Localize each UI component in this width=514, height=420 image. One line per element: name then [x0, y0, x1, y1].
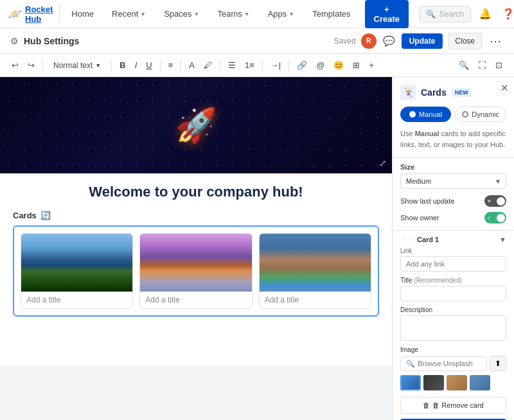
- card1-section: ⋮⋮ Card 1 ▼ Link Title (Recommended) Des…: [393, 230, 514, 414]
- recommended-label: (Recommended): [414, 277, 461, 284]
- show-last-update-row: Show last update ✕: [393, 195, 514, 212]
- expand-banner-button[interactable]: ⤢: [379, 158, 387, 168]
- redo-button[interactable]: ↪: [24, 58, 39, 72]
- nav-item-teams[interactable]: Teams ▼: [211, 5, 256, 22]
- editor-body: Welcome to your company hub! Cards 🔄 Add…: [0, 173, 392, 366]
- nav-item-recent[interactable]: Recent ▼: [105, 5, 152, 22]
- show-last-update-label: Show last update: [400, 197, 454, 205]
- title-field-label: Title (Recommended): [393, 277, 514, 286]
- nav-item-spaces[interactable]: Spaces ▼: [157, 5, 206, 22]
- thumbnail-3[interactable]: [447, 375, 467, 390]
- search-icon: 🔍: [406, 360, 415, 368]
- nav-item-home[interactable]: Home: [65, 5, 100, 22]
- right-panel: ✕ 🃏 Cards NEW Manual Dynamic Use Manual …: [392, 77, 514, 420]
- size-label: Size: [393, 163, 514, 173]
- title-input[interactable]: [400, 286, 506, 301]
- ordered-list-button[interactable]: 1≡: [241, 58, 258, 72]
- close-button[interactable]: Close: [448, 33, 482, 49]
- cards-label: Cards: [13, 211, 37, 220]
- image-thumbnails: [393, 375, 514, 397]
- card1-chevron-icon: ▼: [499, 236, 506, 243]
- card1-label: Card 1: [417, 236, 439, 243]
- indent-button[interactable]: →|: [267, 58, 285, 72]
- app-logo[interactable]: 🪐 Rocket Hub: [8, 4, 60, 24]
- thumbnail-4[interactable]: [470, 375, 490, 390]
- card-image-mountain: [21, 234, 132, 292]
- radio-dot-filled: [409, 111, 416, 118]
- welcome-title: Welcome to your company hub!: [13, 184, 379, 200]
- editor: 🚀 ⤢ Welcome to your company hub! Cards 🔄…: [0, 77, 392, 420]
- comment-icon[interactable]: 💬: [382, 34, 396, 48]
- fullscreen-button[interactable]: ⛶: [474, 58, 490, 72]
- chevron-down-icon: ▼: [288, 11, 294, 17]
- hub-title: Hub Settings: [24, 36, 329, 46]
- table-button[interactable]: ⊞: [349, 58, 364, 72]
- panel-close-button[interactable]: ✕: [501, 82, 509, 94]
- link-button[interactable]: 🔗: [293, 58, 311, 72]
- logo-emoji: 🪐: [8, 7, 22, 21]
- card-item[interactable]: Add a title: [21, 233, 133, 309]
- description-field-label: Description: [393, 306, 514, 315]
- align-button[interactable]: ≡: [164, 58, 177, 72]
- top-nav: 🪐 Rocket Hub Home Recent ▼ Spaces ▼ Team…: [0, 0, 514, 28]
- italic-button[interactable]: I: [131, 58, 141, 72]
- owner-toggle[interactable]: ✓: [484, 212, 506, 223]
- update-button[interactable]: Update: [402, 33, 443, 49]
- thumbnail-2[interactable]: [423, 375, 444, 390]
- mention-button[interactable]: @: [312, 58, 328, 72]
- remove-card-button[interactable]: 🗑 🗑 Remove card: [400, 397, 506, 414]
- search-icon: 🔍: [426, 10, 436, 19]
- undo-button[interactable]: ↩: [8, 58, 22, 72]
- link-input[interactable]: [400, 256, 506, 272]
- notification-icon[interactable]: 🔔: [476, 5, 494, 22]
- cards-grid: Add a title Add a title Add a title: [13, 225, 379, 317]
- trash-icon: 🗑: [423, 401, 430, 409]
- cards-section: Cards 🔄 Add a title Add a title: [13, 211, 379, 317]
- card-title: Add a title: [21, 292, 132, 308]
- main-area: 🚀 ⤢ Welcome to your company hub! Cards 🔄…: [0, 77, 514, 420]
- card-item[interactable]: Add a title: [259, 233, 371, 309]
- emoji-button[interactable]: 😊: [330, 58, 348, 72]
- list-button[interactable]: ☰: [224, 58, 240, 72]
- size-select-wrapper[interactable]: Small Medium Large ▼: [400, 173, 506, 189]
- font-color-button[interactable]: A: [185, 58, 199, 72]
- chevron-down-icon: ▼: [95, 62, 101, 69]
- nav-item-apps[interactable]: Apps ▼: [261, 5, 301, 22]
- card-item[interactable]: Add a title: [139, 233, 252, 309]
- card-image-ocean: [140, 234, 251, 292]
- panel-description: Use Manual cards to add specific links, …: [393, 128, 514, 157]
- card1-header[interactable]: ⋮⋮ Card 1 ▼: [393, 231, 514, 247]
- thumbnail-1[interactable]: [400, 375, 421, 390]
- image-search-box[interactable]: 🔍: [400, 356, 487, 371]
- grip-icon: ⋮⋮: [400, 236, 413, 243]
- cards-sync-icon: 🔄: [40, 211, 51, 220]
- more-options-icon[interactable]: ⋯: [487, 33, 504, 49]
- upload-image-button[interactable]: ⬆: [490, 356, 506, 371]
- bold-button[interactable]: B: [116, 58, 129, 72]
- unsplash-search-input[interactable]: [418, 360, 481, 367]
- card-image-cliff: [260, 234, 371, 292]
- underline-button[interactable]: U: [142, 58, 155, 72]
- card-title: Add a title: [140, 292, 251, 308]
- insert-button[interactable]: +: [365, 58, 378, 72]
- manual-radio[interactable]: Manual: [400, 107, 451, 122]
- help-icon[interactable]: ❓: [499, 5, 514, 22]
- rocket-emoji: 🚀: [175, 106, 217, 145]
- chevron-down-icon: ▼: [140, 11, 146, 17]
- last-update-toggle[interactable]: ✕: [484, 195, 506, 207]
- link-label: Link: [393, 247, 514, 256]
- dynamic-radio[interactable]: Dynamic: [455, 107, 506, 122]
- create-button[interactable]: + Create: [365, 0, 409, 28]
- search-box[interactable]: 🔍 Search: [419, 6, 471, 22]
- panel-radio-group: Manual Dynamic: [393, 107, 514, 128]
- chevron-down-icon: ▼: [194, 11, 200, 17]
- description-textarea[interactable]: [400, 315, 506, 341]
- nav-item-templates[interactable]: Templates: [306, 5, 357, 22]
- search-content-button[interactable]: 🔍: [455, 58, 473, 72]
- hub-avatar[interactable]: R: [361, 33, 377, 49]
- highlight-button[interactable]: 🖊: [200, 58, 216, 72]
- size-select[interactable]: Small Medium Large: [400, 173, 506, 189]
- more-toolbar-button[interactable]: ⊡: [492, 58, 506, 72]
- cards-panel-icon: 🃏: [400, 85, 416, 100]
- text-style-button[interactable]: Normal text ▼: [47, 59, 107, 72]
